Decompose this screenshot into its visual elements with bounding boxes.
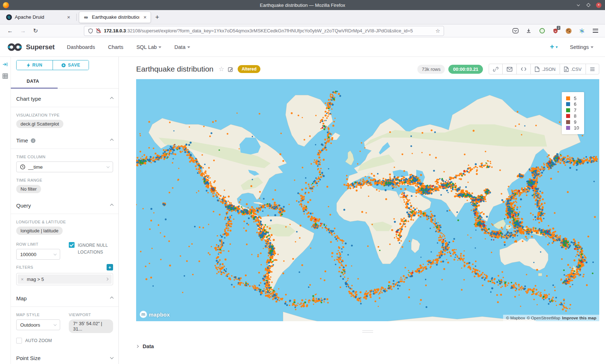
- export-json-button[interactable]: .JSON: [530, 64, 559, 74]
- time-column-select[interactable]: __time: [16, 161, 113, 172]
- legend-item[interactable]: 5: [566, 95, 579, 101]
- pocket-icon[interactable]: [512, 28, 519, 34]
- improve-map-link[interactable]: Improve this map: [562, 316, 596, 320]
- plus-circle-icon: [61, 63, 66, 68]
- browser-tab-apache-druid[interactable]: Apache Druid ×: [2, 12, 74, 23]
- nav-item-dashboards[interactable]: Dashboards: [67, 44, 95, 50]
- menu-icon[interactable]: [592, 28, 599, 34]
- more-options-button[interactable]: [586, 64, 599, 74]
- embed-code-button[interactable]: [516, 64, 530, 74]
- export-csv-button[interactable]: .CSV: [560, 64, 586, 74]
- nav-item-charts[interactable]: Charts: [108, 44, 124, 50]
- tab-close-icon[interactable]: ×: [142, 14, 148, 20]
- cookie-icon[interactable]: [565, 28, 572, 34]
- url-bar[interactable]: 172.18.0.3 :32108/superset/explore/?form…: [84, 26, 444, 36]
- resize-drag-handle[interactable]: [362, 331, 373, 333]
- browser-tab-earthquake-distribution[interactable]: ∞ Earthquake distribution ×: [79, 12, 151, 23]
- nav-item-sql-lab[interactable]: SQL Lab: [136, 44, 162, 50]
- tracking-shield-icon[interactable]: [88, 28, 93, 34]
- data-results-collapse[interactable]: Data: [136, 343, 599, 349]
- window-minimize-button[interactable]: [576, 3, 581, 8]
- new-tab-button[interactable]: +: [151, 13, 163, 21]
- extension-star-icon[interactable]: [579, 28, 585, 34]
- file-csv-icon: [564, 67, 569, 72]
- left-icon-rail: [0, 57, 11, 364]
- remove-filter-icon[interactable]: ×: [18, 277, 27, 282]
- legend-item[interactable]: 8: [566, 113, 579, 119]
- chevron-down-icon: [107, 165, 109, 168]
- legend-item[interactable]: 6: [566, 101, 579, 108]
- file-icon: [535, 67, 539, 72]
- reload-button[interactable]: ↻: [30, 27, 41, 34]
- tab-close-icon[interactable]: ×: [66, 14, 71, 20]
- chevron-down-icon: [158, 46, 161, 48]
- ignore-null-checkbox-row[interactable]: IGNORE NULL LOCATIONS: [69, 242, 115, 255]
- export-button-group: .JSON .CSV: [489, 64, 599, 74]
- section-query[interactable]: Query: [16, 203, 113, 209]
- lonlat-label: LONGITUDE & LATITUDE: [16, 220, 113, 224]
- attribution-osm[interactable]: © OpenStreetMap: [527, 316, 560, 320]
- settings-menu[interactable]: Settings: [570, 44, 593, 50]
- viz-type-value[interactable]: deck.gl Scatterplot: [16, 120, 63, 128]
- back-button[interactable]: ←: [4, 28, 17, 34]
- lonlat-value[interactable]: longitude | latitude: [16, 227, 63, 235]
- legend-item[interactable]: 9: [566, 119, 579, 125]
- nav-item-data[interactable]: Data: [174, 44, 190, 50]
- section-point-size[interactable]: Point Size: [16, 355, 113, 361]
- chevron-down-icon: [556, 46, 558, 48]
- tab-label: Apache Druid: [15, 14, 63, 20]
- attribution-mapbox[interactable]: © Mapbox: [506, 316, 525, 320]
- window-maximize-button[interactable]: [586, 3, 591, 8]
- edit-properties-icon[interactable]: [228, 67, 233, 72]
- chart-title: Earthquake distribution: [136, 65, 214, 73]
- bookmark-star-icon[interactable]: ☆: [435, 28, 440, 34]
- section-chart-type[interactable]: Chart type: [16, 96, 113, 102]
- altered-badge[interactable]: Altered: [238, 65, 260, 73]
- filter-control: × mag > 5: [16, 273, 113, 285]
- section-map[interactable]: Map: [16, 295, 113, 301]
- main-content: Earthquake distribution ☆ Altered 73k ro…: [119, 57, 605, 364]
- adblock-badge: 2: [557, 26, 560, 30]
- legend-label: 8: [574, 113, 577, 119]
- mapbox-logo[interactable]: m mapbox: [140, 311, 170, 318]
- downloads-icon[interactable]: [525, 28, 532, 34]
- checkbox-checked-icon[interactable]: [69, 242, 75, 248]
- share-link-button[interactable]: [489, 64, 502, 74]
- datasource-grid-icon[interactable]: [3, 73, 8, 79]
- chevron-up-icon: [110, 97, 114, 101]
- legend-item[interactable]: 7: [566, 107, 579, 113]
- adblock-shield-icon[interactable]: u 2: [552, 28, 559, 34]
- window-close-button[interactable]: ×: [596, 3, 601, 8]
- map-style-select[interactable]: Outdoors: [16, 319, 60, 330]
- extension-green-icon[interactable]: [539, 28, 545, 34]
- chevron-down-icon: [54, 323, 57, 326]
- viewport-value[interactable]: 7° 35' 54.02" | 31...: [69, 319, 113, 333]
- chevron-up-icon: [110, 204, 114, 208]
- section-time[interactable]: Time i: [16, 137, 113, 144]
- world-map-canvas[interactable]: [136, 79, 599, 321]
- auto-zoom-checkbox-row[interactable]: AUTO ZOOM: [16, 337, 113, 344]
- forward-button[interactable]: →: [17, 28, 30, 34]
- row-limit-select[interactable]: 100000: [16, 249, 60, 260]
- url-path: :32108/superset/explore/?form_data_key=1…: [126, 28, 433, 33]
- menu-lines-icon: [590, 67, 595, 71]
- chevron-right-icon: [106, 278, 108, 281]
- insecure-lock-icon[interactable]: [96, 28, 101, 33]
- browser-toolbar: ← → ↻ 172.18.0.3 :32108/superset/explore…: [0, 24, 605, 37]
- add-new-button[interactable]: +: [550, 43, 558, 51]
- save-button[interactable]: SAVE: [53, 60, 89, 70]
- filter-chip[interactable]: × mag > 5: [18, 274, 112, 284]
- legend-item[interactable]: 10: [566, 125, 579, 131]
- superset-logo[interactable]: Superset: [6, 42, 55, 52]
- legend-swatch: [566, 114, 570, 118]
- tab-data[interactable]: DATA: [27, 79, 39, 84]
- active-tab-indicator: [11, 88, 58, 88]
- code-icon: [521, 67, 526, 71]
- run-button[interactable]: RUN: [17, 60, 53, 70]
- checkbox-unchecked-icon[interactable]: [16, 338, 22, 343]
- add-filter-button[interactable]: +: [107, 264, 113, 270]
- email-button[interactable]: [502, 64, 516, 74]
- collapse-panel-icon[interactable]: [3, 62, 8, 67]
- time-range-value[interactable]: No filter: [16, 185, 41, 193]
- favorite-star-icon[interactable]: ☆: [219, 65, 224, 73]
